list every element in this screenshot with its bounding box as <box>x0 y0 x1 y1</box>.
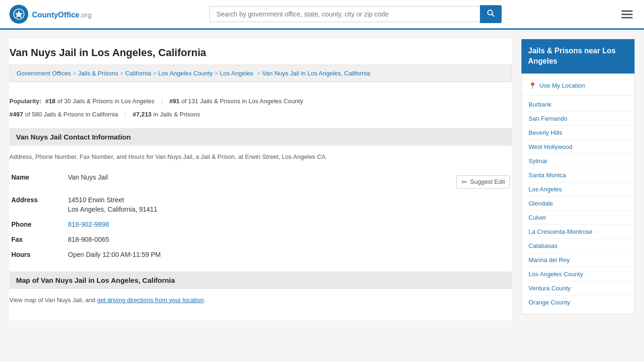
header: CountyOffice.org <box>0 0 644 30</box>
fax-value: 818-908-0065 <box>66 232 512 247</box>
sidebar-link-san-fernando[interactable]: San Fernando <box>522 112 634 126</box>
rank2: #91 <box>169 95 180 107</box>
sidebar-link-west-hollywood[interactable]: West Hollywood <box>522 140 634 154</box>
sidebar-link-los-angeles-county[interactable]: Los Angeles County <box>522 267 634 281</box>
breadcrumb-sep-3: > <box>153 70 157 77</box>
logo-area: CountyOffice.org <box>9 5 91 24</box>
breadcrumb-current[interactable]: Van Nuys Jail in Los Angeles, California <box>262 70 370 77</box>
page-title: Van Nuys Jail in Los Angeles, California <box>9 39 512 65</box>
rank1: #18 <box>45 95 56 107</box>
map-section-header: Map of Van Nuys Jail in Los Angeles, Cal… <box>9 272 512 289</box>
table-row-fax: Fax 818-908-0065 <box>9 232 512 247</box>
content-area: Van Nuys Jail in Los Angeles, California… <box>9 39 512 321</box>
location-pin-icon: 📍 <box>528 82 537 90</box>
breadcrumb-la-county[interactable]: Los Angeles County <box>158 70 213 77</box>
contact-description: Address, Phone Number, Fax Number, and H… <box>9 152 512 170</box>
pop-item-2: #91 of 131 Jails & Prisons in Los Angele… <box>169 95 303 107</box>
address-line2: Los Angeles, California, 91411 <box>68 204 510 213</box>
use-location-link[interactable]: 📍 Use My Location <box>522 78 634 93</box>
sidebar-link-culver[interactable]: Culver <box>522 211 634 225</box>
rank3: #497 <box>9 108 23 121</box>
breadcrumb-los-angeles[interactable]: Los Angeles <box>220 70 253 77</box>
menu-bar-2 <box>621 14 633 15</box>
pop-divider-1: | <box>161 95 163 107</box>
search-button[interactable] <box>480 5 502 23</box>
map-description: View map of Van Nuys Jail, and get drivi… <box>9 296 512 313</box>
pop-item-3: #497 of 580 Jails & Prisons in Californi… <box>9 108 118 121</box>
sidebar-link-marina-del-rey[interactable]: Marina del Rey <box>522 253 634 267</box>
sidebar-content: 📍 Use My Location Burbank San Fernando B… <box>521 74 635 314</box>
logo-text: CountyOffice.org <box>32 9 91 20</box>
phone-value: 818-902-9898 <box>66 217 512 232</box>
rank4-text: in Jails & Prisons <box>153 108 200 121</box>
pop-divider-2: | <box>124 108 126 121</box>
sidebar-link-calabasas[interactable]: Calabasas <box>522 239 634 253</box>
table-row-hours: Hours Open Daily 12:00 AM-11:59 PM <box>9 247 512 262</box>
sidebar-title: Jails & Prisons near Los Angeles <box>521 39 635 74</box>
breadcrumb-sep-4: > <box>215 70 218 77</box>
sidebar-divider <box>522 95 634 96</box>
main-container: Van Nuys Jail in Los Angeles, California… <box>0 30 644 330</box>
name-text: Van Nuys Jail <box>68 173 108 181</box>
contact-table: Name Van Nuys Jail ✂ Suggest Edit Addres… <box>9 170 512 262</box>
sidebar-link-glendale[interactable]: Glendale <box>522 197 634 211</box>
breadcrumb-sep-1: > <box>73 70 76 77</box>
driving-directions-link[interactable]: get driving directions from your locatio… <box>97 296 204 304</box>
menu-bar-3 <box>621 17 633 18</box>
sidebar-link-beverly-hills[interactable]: Beverly Hills <box>522 126 634 140</box>
logo-name: CountyOffice <box>32 11 79 19</box>
pop-item-1: #18 of 30 Jails & Prisons in Los Angeles <box>45 95 155 107</box>
logo-icon <box>9 5 28 24</box>
breadcrumb-sep-5: > <box>257 70 260 77</box>
hours-value: Open Daily 12:00 AM-11:59 PM <box>66 247 512 262</box>
sidebar-link-sylmar[interactable]: Sylmar <box>522 154 634 168</box>
address-label: Address <box>9 192 66 217</box>
rank3-text: of 580 Jails & Prisons in California <box>25 108 118 121</box>
phone-label: Phone <box>9 217 66 232</box>
breadcrumb: Government Offices > Jails & Prisons > C… <box>9 65 512 82</box>
hours-label: Hours <box>9 247 66 262</box>
breadcrumb-government-offices[interactable]: Government Offices <box>17 70 71 77</box>
rank1-text: of 30 Jails & Prisons in Los Angeles <box>58 95 155 107</box>
fax-label: Fax <box>9 232 66 247</box>
table-row-name: Name Van Nuys Jail ✂ Suggest Edit <box>9 170 512 192</box>
contact-section-header: Van Nuys Jail Contact Information <box>9 128 512 146</box>
wrench-icon: ✂ <box>462 178 467 186</box>
map-desc-before: View map of Van Nuys Jail, and <box>9 296 97 304</box>
table-row-address: Address 14510 Erwin Street Los Angeles, … <box>9 192 512 217</box>
logo-suffix: .org <box>79 11 91 19</box>
rank4: #7,213 <box>133 108 152 121</box>
pop-item-4: #7,213 in Jails & Prisons <box>133 108 200 121</box>
map-desc-after: . <box>204 296 206 304</box>
svg-line-3 <box>492 15 495 17</box>
table-row-phone: Phone 818-902-9898 <box>9 217 512 232</box>
rank2-text: of 131 Jails & Prisons in Los Angeles Co… <box>182 95 303 107</box>
search-input[interactable] <box>209 6 480 22</box>
suggest-edit-label: Suggest Edit <box>470 178 505 185</box>
svg-point-2 <box>488 10 493 15</box>
sidebar-link-burbank[interactable]: Burbank <box>522 98 634 112</box>
sidebar: Jails & Prisons near Los Angeles 📍 Use M… <box>521 39 635 321</box>
search-area <box>209 5 502 23</box>
sidebar-link-orange-county[interactable]: Orange County <box>522 296 634 309</box>
popularity-section: Popularity: #18 of 30 Jails & Prisons in… <box>9 90 512 128</box>
sidebar-link-los-angeles[interactable]: Los Angeles <box>522 182 634 197</box>
address-value: 14510 Erwin Street Los Angeles, Californ… <box>66 192 512 217</box>
use-location-label: Use My Location <box>539 82 585 89</box>
address-line1: 14510 Erwin Street <box>68 196 510 204</box>
popularity-label: Popularity: <box>9 95 41 107</box>
breadcrumb-california[interactable]: California <box>125 70 151 77</box>
menu-bar-1 <box>621 10 633 12</box>
sidebar-link-la-crescenta[interactable]: La Crescenta-Montrose <box>522 225 634 239</box>
search-icon <box>487 9 495 17</box>
name-label: Name <box>9 170 66 192</box>
breadcrumb-jails-prisons[interactable]: Jails & Prisons <box>78 70 118 77</box>
phone-link[interactable]: 818-902-9898 <box>68 221 109 228</box>
name-value: Van Nuys Jail ✂ Suggest Edit <box>66 170 512 192</box>
sidebar-link-santa-monica[interactable]: Santa Monica <box>522 168 634 182</box>
suggest-edit-button[interactable]: ✂ Suggest Edit <box>456 175 510 189</box>
sidebar-link-ventura-county[interactable]: Ventura County <box>522 281 634 296</box>
breadcrumb-sep-2: > <box>120 70 124 77</box>
menu-button[interactable] <box>619 8 635 20</box>
